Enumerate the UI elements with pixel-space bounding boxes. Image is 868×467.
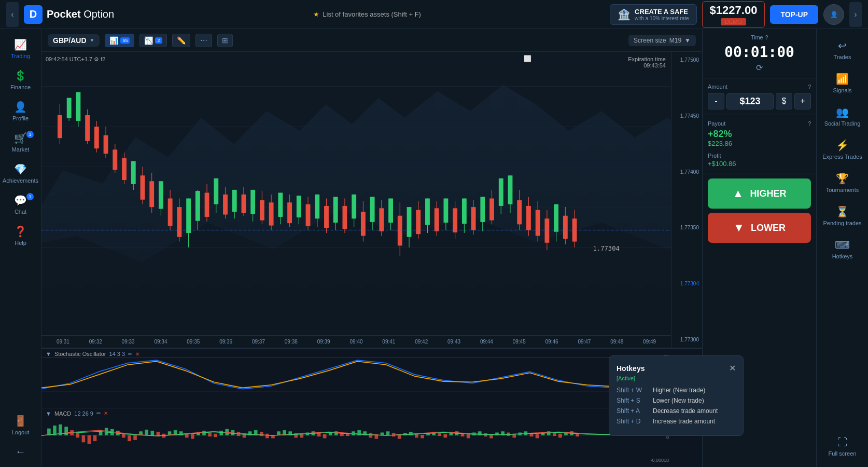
time-09-42: 09:42 — [405, 339, 438, 345]
svg-rect-109 — [526, 206, 531, 230]
indicators-button[interactable]: 📉 2 — [139, 34, 166, 47]
grid-button[interactable]: ⊞ — [217, 34, 233, 47]
expiry-time-label: Expiration time — [628, 56, 666, 62]
more-icon: ⋯ — [200, 36, 207, 45]
amount-increase-button[interactable]: + — [794, 93, 811, 109]
rs-item-fullscreen[interactable]: ⛶ Full screen — [817, 430, 868, 463]
amount-label-row: Amount ? — [708, 84, 811, 90]
svg-rect-105 — [508, 175, 513, 204]
time-axis: 09:31 09:32 09:33 09:34 09:35 09:36 09:3… — [41, 335, 671, 348]
sidebar-item-chat[interactable]: 💬 Chat 1 — [0, 189, 41, 220]
svg-rect-103 — [499, 178, 503, 206]
rs-item-trades[interactable]: ↩ Trades — [817, 33, 868, 66]
price-axis: 1.77500 1.77450 1.77400 1.77350 1.77304 … — [671, 52, 702, 348]
time-09-38: 09:38 — [275, 339, 307, 345]
rs-item-tournaments[interactable]: 🏆 Tournaments — [817, 166, 868, 199]
amount-info-icon[interactable]: ? — [808, 84, 811, 90]
time-reset-icon[interactable]: ⟳ — [756, 63, 763, 73]
lower-button[interactable]: ▼ LOWER — [708, 213, 811, 243]
svg-rect-139 — [128, 435, 131, 441]
more-button[interactable]: ⋯ — [195, 34, 212, 47]
collapse-sidebar-button[interactable]: ← — [0, 441, 41, 463]
svg-rect-35 — [186, 198, 191, 232]
svg-rect-154 — [214, 433, 217, 437]
macd-collapse-icon[interactable]: ▼ — [46, 410, 51, 417]
trades-icon: ↩ — [838, 39, 847, 52]
rs-item-pending-trades[interactable]: ⏳ Pending trades — [817, 199, 868, 232]
nav-left-arrow[interactable]: ‹ — [6, 2, 19, 27]
chart-time-info: 09:42:54 UTC+1.7 ⚙ f2 — [46, 56, 105, 63]
profile-icon: 👤 — [14, 101, 27, 113]
svg-rect-132 — [88, 435, 91, 444]
asset-selector[interactable]: GBP/AUD ▼ — [48, 34, 100, 47]
rs-item-signals[interactable]: 📶 Signals — [817, 66, 868, 100]
stochastic-collapse-icon[interactable]: ▼ — [46, 351, 51, 357]
sidebar-item-market[interactable]: 🛒 Market 1 — [0, 127, 41, 158]
sidebar-item-achievements[interactable]: 💎 Achievements — [0, 158, 41, 189]
amount-label: Amount — [708, 84, 727, 90]
svg-rect-19 — [113, 149, 117, 170]
svg-rect-41 — [214, 178, 218, 204]
hotkey-combo-1: Shift + W — [617, 387, 653, 394]
sidebar-item-profile[interactable]: 👤 Profile — [0, 95, 41, 127]
stochastic-close-icon[interactable]: ✕ — [135, 351, 139, 357]
svg-rect-57 — [287, 202, 292, 223]
time-09-49: 09:49 — [633, 339, 666, 345]
balance-display: $1227.00 DEMO — [702, 1, 765, 28]
chart-expand-icon[interactable]: ⬜ — [524, 55, 531, 62]
hotkey-combo-4: Shift + D — [617, 418, 653, 425]
higher-button[interactable]: ▲ HIGHER — [708, 178, 811, 209]
svg-rect-69 — [343, 206, 347, 229]
indicators-area: ▼ Stochastic Oscillator 14 3 3 ✏ ✕ 80 20 — [41, 348, 702, 467]
sidebar-item-trading[interactable]: 📈 Trading — [0, 33, 41, 64]
svg-rect-142 — [145, 429, 148, 435]
svg-rect-172 — [317, 433, 321, 436]
svg-rect-13 — [85, 115, 90, 141]
stochastic-edit-icon[interactable]: ✏ — [128, 351, 132, 357]
hotkey-desc-4: Increase trade amount — [653, 418, 702, 425]
payout-info-icon[interactable]: ? — [808, 121, 811, 127]
svg-rect-73 — [361, 212, 366, 236]
draw-button[interactable]: ✏️ — [172, 34, 190, 47]
stochastic-title: Stochastic Oscillator — [54, 351, 106, 357]
rs-item-express-trades[interactable]: ⚡ Express Trades — [817, 133, 868, 166]
favorites-bar[interactable]: ★ List of favorites assets (Shift + F) — [313, 10, 421, 18]
star-icon: ★ — [313, 10, 319, 18]
chart-type-badge: 55 — [120, 37, 130, 44]
rs-item-hotkeys[interactable]: ⌨ Hotkeys — [817, 232, 868, 266]
create-safe-button[interactable]: 🏦 CREATE A SAFE with a 10% interest rate — [610, 4, 697, 25]
svg-rect-67 — [333, 197, 338, 223]
screen-size-selector[interactable]: Screen size M19 ▼ — [628, 35, 696, 46]
chart-type-button[interactable]: 📊 55 — [105, 34, 134, 47]
amount-decrease-button[interactable]: - — [708, 93, 724, 109]
nav-right-arrow[interactable]: › — [849, 2, 862, 27]
signals-icon: 📶 — [836, 73, 849, 85]
macd-close-icon[interactable]: ✕ — [104, 410, 108, 416]
amount-display[interactable]: $123 — [726, 93, 774, 109]
svg-rect-79 — [388, 198, 393, 223]
macd-edit-icon[interactable]: ✏ — [96, 410, 101, 416]
screen-size-chevron-icon: ▼ — [684, 37, 691, 44]
rs-item-social-trading[interactable]: 👥 Social Trading — [817, 100, 868, 133]
svg-rect-150 — [191, 434, 194, 438]
sidebar-item-finance[interactable]: 💲 Finance — [0, 64, 41, 95]
sidebar-item-help[interactable]: ❓ Help — [0, 220, 41, 251]
time-09-44: 09:44 — [470, 339, 503, 345]
svg-rect-53 — [269, 202, 274, 225]
svg-rect-93 — [453, 208, 457, 232]
market-badge: 1 — [26, 131, 34, 138]
time-info-icon[interactable]: ? — [765, 35, 768, 40]
time-display: 00:01:00 — [724, 44, 794, 61]
topup-button[interactable]: TOP-UP — [770, 5, 818, 24]
main-chart[interactable]: 1.77304 09:42:54 UTC+1.7 ⚙ f2 Expiration… — [41, 52, 702, 348]
avatar[interactable]: 👤 — [823, 4, 844, 25]
hotkey-row-3: Shift + A Decrease trade amount — [617, 407, 702, 415]
svg-rect-210 — [536, 434, 539, 438]
rs-fullscreen-label: Full screen — [829, 450, 857, 457]
logout-label: Logout — [12, 429, 30, 435]
time-09-31: 09:31 — [47, 339, 79, 345]
rs-pending-trades-label: Pending trades — [823, 220, 862, 226]
logout-button[interactable]: 🚪 Logout — [0, 409, 41, 441]
svg-rect-97 — [471, 207, 476, 230]
hotkey-row-2: Shift + S Lower (New trade) — [617, 397, 702, 404]
